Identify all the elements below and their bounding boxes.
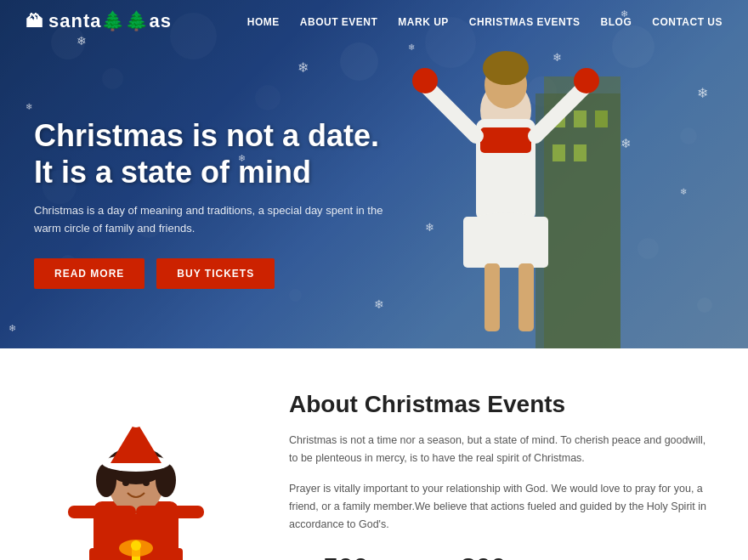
about-title: About Christmas Events — [289, 391, 714, 418]
hero-subtitle: Christmas is a day of meaning and tradit… — [34, 202, 391, 238]
stats-row: 🏷 500 Tickets Sold 🎁 800 Christmas Gifts — [289, 554, 714, 560]
buy-tickets-button[interactable]: BUY TICKETS — [156, 258, 275, 289]
tickets-number: 500 — [323, 554, 378, 560]
svg-rect-3 — [574, 110, 586, 127]
svg-point-14 — [412, 68, 438, 93]
stat-tickets-info: 500 Tickets Sold — [323, 554, 378, 560]
svg-rect-11 — [480, 127, 531, 153]
svg-rect-5 — [552, 144, 565, 161]
svg-rect-17 — [463, 217, 548, 268]
about-section: About Christmas Events Christmas is not … — [0, 348, 748, 560]
hero-content: Christmas is not a date. It is a state o… — [34, 117, 391, 289]
hero-title: Christmas is not a date. It is a state o… — [34, 117, 391, 190]
about-para-1: Christmas is not a time nor a season, bu… — [289, 432, 714, 468]
hero-section: ❄ ❄ ❄ ❄ ❄ ❄ ❄ ❄ ❄ ❄ ❄ ❄ ❄ ❄ ❄ ❄ 🏔 santa🌲… — [0, 0, 748, 348]
svg-point-27 — [129, 416, 143, 427]
nav-item-contact-us[interactable]: CONTACT US — [652, 14, 722, 29]
svg-point-15 — [574, 68, 599, 93]
hero-image — [374, 25, 646, 348]
gifts-number: 800 — [461, 554, 530, 560]
about-image-column — [0, 382, 272, 560]
stat-tickets: 🏷 500 Tickets Sold — [289, 554, 378, 560]
nav-item-blog[interactable]: BLOG — [601, 14, 632, 29]
svg-rect-18 — [484, 263, 500, 331]
svg-rect-31 — [136, 506, 204, 518]
svg-line-12 — [425, 85, 476, 136]
svg-rect-4 — [595, 110, 608, 127]
svg-rect-19 — [518, 263, 534, 331]
hero-buttons: READ MORE BUY TICKETS — [34, 258, 391, 289]
logo-icon: 🏔 — [26, 12, 43, 31]
svg-point-29 — [143, 479, 150, 486]
svg-point-9 — [483, 51, 529, 85]
nav-item-about-event[interactable]: ABOUT EVENT — [300, 14, 378, 29]
nav-links: HOME ABOUT EVENT MARK UP CHRISTMAS EVENT… — [247, 14, 722, 29]
logo[interactable]: 🏔 santa🌲🌲as — [26, 10, 172, 32]
nav-item-home[interactable]: HOME — [247, 14, 280, 29]
navbar: 🏔 santa🌲🌲as HOME ABOUT EVENT MARK UP CHR… — [0, 0, 748, 42]
nav-item-christmas-events[interactable]: CHRISTMAS EVENTS — [469, 14, 581, 29]
svg-rect-6 — [574, 144, 586, 161]
logo-text: santa🌲🌲as — [48, 10, 172, 32]
nav-item-markup[interactable]: MARK UP — [398, 14, 449, 29]
about-text-column: About Christmas Events Christmas is not … — [272, 382, 748, 560]
stat-gifts: 🎁 800 Christmas Gifts — [421, 554, 530, 560]
about-para-2: Prayer is vitally important to your rela… — [289, 480, 714, 535]
svg-rect-30 — [68, 506, 136, 518]
stat-gifts-info: 800 Christmas Gifts — [461, 554, 530, 560]
svg-point-36 — [131, 540, 141, 551]
read-more-button[interactable]: READ MORE — [34, 258, 144, 289]
svg-point-28 — [122, 479, 129, 486]
